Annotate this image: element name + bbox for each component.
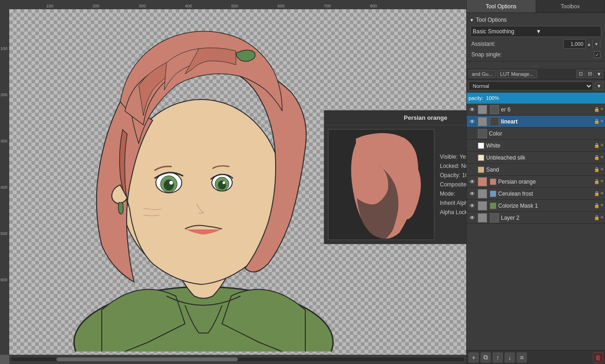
layer-name-unbleached-silk: Unbleached silk: [486, 154, 592, 161]
smoothing-dropdown[interactable]: Basic Smoothing ▼: [470, 26, 601, 37]
tooltip-visible-label: Visible:: [440, 154, 457, 160]
panel-dock-icon[interactable]: ⊡: [576, 70, 585, 78]
layer-lock-lineart[interactable]: 🔒: [593, 118, 600, 125]
filter-icon[interactable]: ▼: [595, 82, 603, 90]
chevron-down-icon: ▼: [536, 28, 599, 35]
move-layer-up-btn[interactable]: ↑: [493, 352, 503, 363]
canvas-area: 100 200 300 400 500 600 700 800 100 200 …: [0, 0, 466, 364]
layer-thumb-colorize-mask: [478, 201, 487, 210]
layer-eye-cerulean-frost[interactable]: 👁: [469, 190, 476, 197]
svg-point-4: [164, 179, 174, 191]
layer-eye-persian-orange[interactable]: 👁: [469, 178, 476, 185]
tab-tool-options[interactable]: Tool Options: [467, 0, 536, 12]
layer-item-6[interactable]: 👁 er 6 🔒 α: [467, 104, 605, 116]
tooltip-opacity-value: 100%: [462, 172, 466, 179]
layers-filter-area: Normal ▼: [467, 80, 605, 93]
tooltip-hair-svg: [328, 130, 434, 240]
tooltip-opacity-row: Opacity: 100%: [440, 172, 466, 179]
delete-layer-btn[interactable]: 🗑: [593, 352, 603, 363]
layer-item-layer2[interactable]: 👁 Layer 2 🔒 α: [467, 212, 605, 224]
layer-item-white[interactable]: · White 🔒 α: [467, 140, 605, 152]
blend-mode-select[interactable]: Normal: [469, 81, 593, 91]
ruler-mark-600: 600: [278, 4, 284, 8]
tooltip-locked-label: Locked:: [440, 163, 459, 169]
layer-lock-persian-orange[interactable]: 🔒: [593, 179, 600, 185]
duplicate-layer-btn[interactable]: ⧉: [481, 352, 491, 363]
layer-lock-cerulean-frost[interactable]: 🔒: [593, 191, 600, 197]
layer-item-lineart[interactable]: 👁 lineart 🔒 α: [467, 116, 605, 128]
layer-name-cerulean-frost: Cerulean frost: [498, 191, 592, 197]
ruler-left-100: 100: [0, 46, 7, 51]
opacity-value: 100%: [486, 95, 499, 101]
snap-single-checkbox[interactable]: ✓: [594, 51, 600, 58]
layer-lock-colorize-mask[interactable]: 🔒: [593, 203, 600, 209]
layer-eye-white[interactable]: ·: [469, 142, 476, 149]
snap-single-row[interactable]: Snap single: ✓: [469, 50, 603, 59]
scrollbar-thumb-h[interactable]: [56, 358, 238, 361]
assistant-row: Assistant: 1,000 ▲ ▼: [469, 38, 603, 50]
layer-swatch-persian-orange: [490, 179, 496, 185]
layer-name-persian-orange: Persian orange: [498, 179, 592, 185]
layer-item-unbleached-silk[interactable]: · Unbleached silk 🔒 α: [467, 152, 605, 164]
tool-options-header: ▼ Tool Options: [469, 15, 603, 25]
scrollbar-bottom[interactable]: [9, 355, 466, 364]
layer-item-cerulean-frost[interactable]: 👁 Cerulean frost 🔒 α: [467, 188, 605, 200]
layer-swatch-unbleached-silk: [478, 154, 484, 161]
tooltip-alpha-locked-row: Alpha Locked: Yes: [440, 209, 466, 216]
smoothing-value: Basic Smoothing: [473, 28, 536, 35]
tooltip-visible-value: Yes: [459, 154, 466, 160]
layer-eye-layer2[interactable]: 👁: [469, 214, 476, 222]
svg-point-9: [222, 181, 225, 184]
assistant-step-down[interactable]: ▼: [593, 39, 600, 49]
layer-lock-unbleached-silk[interactable]: 🔒: [593, 154, 600, 161]
tab-tool-options-label: Tool Options: [486, 3, 517, 10]
ruler-mark-300: 300: [139, 4, 146, 8]
layer-properties-btn[interactable]: ≡: [517, 352, 527, 363]
svg-point-8: [218, 180, 226, 190]
layer-alpha-layer2: α: [601, 215, 603, 221]
layer-name-white: White: [486, 142, 592, 149]
layer-thumb-persian-orange: [478, 177, 487, 186]
scrollbar-track-h[interactable]: [11, 358, 464, 361]
layer-actions-cerulean-frost: 🔒 α: [593, 191, 603, 197]
snap-single-label: Snap single:: [471, 51, 591, 58]
assistant-stepper[interactable]: 1,000 ▲ ▼: [563, 39, 600, 49]
layer-eye-unbleached-silk[interactable]: ·: [469, 154, 476, 161]
canvas-viewport[interactable]: Persian orange: [9, 9, 466, 355]
layer-alpha-white: α: [601, 142, 603, 149]
layer-lock-sand[interactable]: 🔒: [593, 167, 600, 173]
layer-lock-white[interactable]: 🔒: [593, 142, 600, 149]
panel-filter-icon[interactable]: ▼: [595, 70, 603, 78]
layer-eye-color[interactable]: ·: [469, 130, 476, 137]
opacity-row: pacity: 100%: [467, 93, 605, 104]
layer-item-sand[interactable]: · Sand 🔒 α: [467, 164, 605, 176]
layer-lock-layer2[interactable]: 🔒: [593, 215, 600, 221]
layer-actions-layer2: 🔒 α: [593, 215, 603, 221]
assistant-value: 1,000: [564, 41, 585, 47]
layer-item-colorize-mask[interactable]: 👁 Colorize Mask 1 🔒 α: [467, 200, 605, 212]
layer-item-persian-orange[interactable]: 👁 Persian orange 🔒 α: [467, 176, 605, 188]
layer-lock-6[interactable]: 🔒: [593, 106, 600, 113]
panel-undock-icon[interactable]: ⊟: [586, 70, 594, 78]
tooltip-locked-row: Locked: No: [440, 163, 466, 169]
layer-eye-sand[interactable]: ·: [469, 166, 476, 173]
add-layer-btn[interactable]: +: [469, 352, 479, 363]
move-layer-down-btn[interactable]: ↓: [505, 352, 515, 363]
layer-actions-lineart: 🔒 α: [593, 118, 603, 125]
layer-alpha-6: α: [601, 106, 603, 113]
lut-manage-button[interactable]: LUT Manage...: [497, 70, 537, 78]
layer-item-color[interactable]: · Color: [467, 128, 605, 140]
and-gu-button[interactable]: and Gu...: [469, 70, 496, 78]
ruler-left: 100 200 300 400 500 600: [0, 9, 9, 355]
layer-alpha-colorize-mask: α: [601, 203, 603, 209]
layer-eye-lineart[interactable]: 👁: [469, 118, 476, 125]
tab-toolbox[interactable]: Toolbox: [536, 0, 605, 12]
ruler-mark-700: 700: [324, 4, 331, 8]
tooltip-mode-row: Mode:: [440, 191, 466, 197]
layer-eye-6[interactable]: 👁: [469, 106, 476, 113]
assistant-step-up[interactable]: ▲: [585, 39, 593, 49]
ruler-left-600: 600: [0, 278, 7, 282]
layer-eye-colorize-mask[interactable]: 👁: [469, 202, 476, 210]
ruler-mark-800: 800: [370, 4, 377, 8]
tooltip-inherit-alpha-label: Inherit Alpha:: [440, 200, 466, 206]
